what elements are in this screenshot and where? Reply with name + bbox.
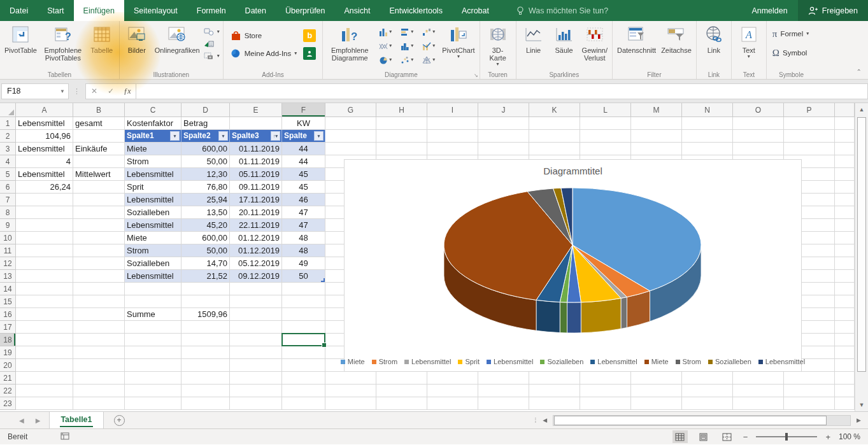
filter-dropdown-icon[interactable]: ▾: [314, 131, 324, 141]
cell-F4[interactable]: 44: [282, 155, 325, 168]
cell-P23[interactable]: [784, 397, 835, 410]
cell-G23[interactable]: [325, 397, 376, 410]
cell-C18[interactable]: [125, 334, 181, 346]
cell-F13[interactable]: 50: [282, 270, 325, 283]
column-header-E[interactable]: E: [230, 103, 282, 117]
sign-in-button[interactable]: Anmelden: [741, 0, 797, 21]
filter-dropdown-icon[interactable]: ▾: [170, 131, 180, 141]
symbol-button[interactable]: Ω Symbol: [772, 46, 809, 59]
cell-C13[interactable]: Lebensmittel: [125, 270, 181, 283]
zoom-slider[interactable]: [756, 436, 817, 437]
column-header-H[interactable]: H: [376, 103, 427, 117]
cell-F14[interactable]: [282, 283, 325, 295]
horizontal-scrollbar[interactable]: ⁞ ◀ ▶: [534, 412, 868, 428]
cell-D18[interactable]: [181, 334, 230, 346]
row-header-12[interactable]: 12: [0, 257, 16, 270]
row-header-15[interactable]: 15: [0, 295, 16, 308]
cell-D7[interactable]: 25,94: [181, 194, 230, 206]
cell-B8[interactable]: [73, 206, 125, 219]
pictures-button[interactable]: Bilder: [122, 23, 152, 69]
insert-function-icon[interactable]: ƒx: [119, 87, 136, 96]
ribbon-tab-formeln[interactable]: Formeln: [187, 0, 236, 21]
cell-A13[interactable]: [16, 270, 73, 283]
column-header-M[interactable]: M: [631, 103, 682, 117]
scroll-up-icon[interactable]: ▲: [855, 103, 868, 116]
shapes-button[interactable]: ▾: [204, 25, 220, 38]
3d-map-button[interactable]: 3D-Karte ▾: [482, 23, 514, 69]
cell-B21[interactable]: [73, 372, 125, 385]
column-header-D[interactable]: D: [181, 103, 230, 117]
embedded-chart[interactable]: Diagrammtitel MieteStromLebensmittelSpri…: [344, 159, 802, 372]
cell-A14[interactable]: [16, 283, 73, 295]
cell-E9[interactable]: 22.11.2019: [230, 219, 282, 232]
view-page-break-icon[interactable]: [720, 430, 735, 443]
cell-A3[interactable]: Lebensmittel: [16, 143, 73, 155]
cell-L22[interactable]: [580, 385, 631, 397]
cell-O3[interactable]: [733, 143, 784, 155]
row-header-22[interactable]: 22: [0, 385, 16, 397]
cell-B14[interactable]: [73, 283, 125, 295]
column-header-L[interactable]: L: [580, 103, 631, 117]
column-header-P[interactable]: P: [784, 103, 835, 117]
scroll-left-icon[interactable]: ◀: [539, 417, 550, 423]
row-header-23[interactable]: 23: [0, 397, 16, 410]
cell-A21[interactable]: [16, 372, 73, 385]
cell-A8[interactable]: [16, 206, 73, 219]
insert-column-chart-button[interactable]: ▾: [374, 28, 396, 36]
cell-I1[interactable]: [427, 117, 478, 130]
cell-D3[interactable]: 600,00: [181, 143, 230, 155]
sparkline-winloss-button[interactable]: Gewinn/ Verlust: [580, 23, 610, 69]
cell-E20[interactable]: [230, 359, 282, 372]
cell-C5[interactable]: Lebensmittel: [125, 168, 181, 181]
cell-C19[interactable]: [125, 346, 181, 359]
cell-H22[interactable]: [376, 385, 427, 397]
cell-D4[interactable]: 50,00: [181, 155, 230, 168]
cell-A2[interactable]: 104,96: [16, 130, 73, 143]
cell-I23[interactable]: [427, 397, 478, 410]
cell-H1[interactable]: [376, 117, 427, 130]
cell-F12[interactable]: 49: [282, 257, 325, 270]
cell-F10[interactable]: 48: [282, 232, 325, 244]
cell-E5[interactable]: 05.11.2019: [230, 168, 282, 181]
column-header-C[interactable]: C: [125, 103, 181, 117]
cell-B1[interactable]: gesamt: [73, 117, 125, 130]
filter-sort-dropdown-icon[interactable]: ↑▾: [271, 131, 280, 141]
cell-J2[interactable]: [478, 130, 529, 143]
cell-F15[interactable]: [282, 295, 325, 308]
cell-C16[interactable]: Summe: [125, 308, 181, 321]
cell-B22[interactable]: [73, 385, 125, 397]
cell-C11[interactable]: Strom: [125, 244, 181, 257]
row-header-21[interactable]: 21: [0, 372, 16, 385]
cell-H21[interactable]: [376, 372, 427, 385]
cell-N23[interactable]: [682, 397, 733, 410]
row-header-11[interactable]: 11: [0, 244, 16, 257]
cancel-icon[interactable]: ✕: [86, 87, 103, 95]
smartart-button[interactable]: [204, 38, 220, 50]
scroll-down-icon[interactable]: ▼: [855, 399, 868, 411]
legend-item-miete[interactable]: Miete: [644, 358, 669, 365]
cell-A11[interactable]: [16, 244, 73, 257]
cell-C3[interactable]: Miete: [125, 143, 181, 155]
insert-combo-chart-button[interactable]: ▾: [418, 42, 439, 50]
cell-F16[interactable]: [282, 308, 325, 321]
row-header-4[interactable]: 4: [0, 155, 16, 168]
cell-D17[interactable]: [181, 321, 230, 334]
column-header-I[interactable]: I: [427, 103, 478, 117]
cell-C17[interactable]: [125, 321, 181, 334]
vertical-scrollbar[interactable]: ▲ ▼: [855, 103, 868, 411]
cell-C23[interactable]: [125, 397, 181, 410]
name-box-dropdown-icon[interactable]: ▼: [57, 88, 68, 94]
cell-B12[interactable]: [73, 257, 125, 270]
cell-E22[interactable]: [230, 385, 282, 397]
cell-N3[interactable]: [682, 143, 733, 155]
cell-E15[interactable]: [230, 295, 282, 308]
filter-dropdown-icon[interactable]: ▾: [218, 131, 228, 141]
cell-F8[interactable]: 47: [282, 206, 325, 219]
column-header-G[interactable]: G: [325, 103, 376, 117]
cell-F1[interactable]: KW: [282, 117, 325, 130]
cell-F6[interactable]: 45: [282, 181, 325, 194]
cell-K22[interactable]: [529, 385, 580, 397]
row-header-13[interactable]: 13: [0, 270, 16, 283]
cell-G1[interactable]: [325, 117, 376, 130]
row-header-8[interactable]: 8: [0, 206, 16, 219]
